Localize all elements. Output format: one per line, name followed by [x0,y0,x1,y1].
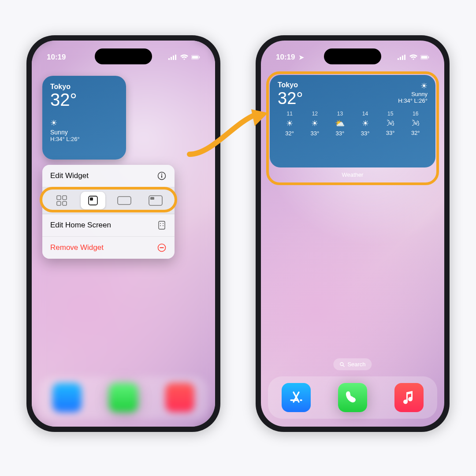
dock-blurred [39,376,208,419]
svg-point-21 [163,223,164,224]
status-icons [398,54,429,60]
svg-point-22 [160,225,161,226]
forecast-row: 11☀32° 12☀33° 13⛅33° 14☀33° 15🌬33° 16🌬32… [278,111,428,137]
app-phone[interactable] [338,383,367,412]
sun-icon: ☀ [50,118,118,128]
app-music[interactable] [394,383,424,412]
svg-rect-31 [421,56,428,59]
location-icon: ➤ [299,54,304,61]
status-time: 10:19 [47,53,66,62]
menu-edit-home-label: Edit Home Screen [50,221,111,230]
app-music-blur [165,383,194,412]
forecast-hour: 14☀33° [353,111,377,137]
wifi-icon [409,54,418,60]
menu-remove-label: Remove Widget [50,243,104,252]
home-search-pill[interactable]: Search [333,358,372,370]
weather-highlow: H:34° L:26° [50,136,118,142]
app-appstore-blur [52,383,82,412]
forecast-hour: 12☀33° [303,111,327,137]
svg-rect-5 [192,56,198,59]
svg-rect-16 [118,197,131,205]
search-label: Search [347,361,365,368]
weather-condition: Sunny [398,91,428,97]
phone-left: 10:19 Tokyo 32° ☀ Sunny H:34° L:26° Edit… [26,35,220,432]
dock [268,376,437,419]
status-time-wrap: 10:19 ➤ [276,53,304,62]
svg-rect-32 [428,56,429,59]
svg-rect-28 [402,56,403,60]
forecast-hour: 15🌬33° [378,111,402,137]
dynamic-island [324,48,381,64]
svg-rect-9 [161,175,162,178]
size-option-small[interactable] [81,192,105,209]
svg-rect-26 [398,58,399,60]
weather-condition: Sunny [50,129,118,136]
svg-rect-11 [63,196,67,200]
cellular-icon [168,54,177,60]
size-option-medium[interactable] [112,192,137,209]
battery-icon [191,54,200,60]
wifi-icon [180,54,189,60]
svg-point-33 [340,362,343,365]
svg-rect-27 [400,57,401,60]
search-icon [339,362,345,367]
svg-rect-10 [57,196,61,200]
size-option-large[interactable] [143,192,168,209]
svg-rect-3 [175,55,176,60]
svg-line-34 [343,365,344,367]
size-option-grid[interactable] [49,192,74,209]
battery-icon [420,54,429,60]
cellular-icon [398,54,406,60]
menu-size-row [42,187,175,214]
weather-widget-small[interactable]: Tokyo 32° ☀ Sunny H:34° L:26° [42,76,126,160]
weather-highlow: H:34° L:26° [398,97,428,104]
svg-rect-2 [173,56,174,60]
dynamic-island [95,48,152,64]
status-icons [168,54,200,60]
svg-rect-29 [404,55,405,60]
svg-rect-0 [168,58,170,60]
svg-rect-15 [90,197,93,201]
weather-temp: 32° [50,91,118,108]
info-icon [157,171,167,181]
svg-point-8 [161,174,162,175]
app-appstore[interactable] [282,383,311,412]
remove-icon [157,243,167,253]
svg-rect-12 [57,201,61,205]
status-time: 10:19 [276,53,295,61]
svg-point-20 [160,223,161,224]
apps-icon [157,220,167,230]
phone-right: 10:19 ➤ Tokyo 32° ☀ Sunny H:34° L:26° [256,35,450,432]
svg-rect-14 [89,196,97,205]
svg-point-23 [163,225,164,226]
svg-rect-19 [159,221,165,229]
forecast-hour: 13⛅33° [328,111,352,137]
widget-label: Weather [270,171,435,178]
weather-widget-medium[interactable]: Tokyo 32° ☀ Sunny H:34° L:26° 11☀32° 12☀… [270,75,435,167]
screen-right: 10:19 ➤ Tokyo 32° ☀ Sunny H:34° L:26° [261,41,444,427]
weather-city: Tokyo [278,81,303,89]
app-phone-blur [109,383,138,412]
menu-remove-widget[interactable]: Remove Widget [42,237,175,259]
weather-temp: 32° [278,89,303,108]
sun-icon: ☀ [398,81,428,91]
svg-rect-6 [199,56,200,59]
menu-edit-widget[interactable]: Edit Widget [42,165,175,187]
menu-edit-widget-label: Edit Widget [50,171,89,180]
menu-edit-home[interactable]: Edit Home Screen [42,214,175,237]
svg-rect-13 [63,201,67,205]
screen-left: 10:19 Tokyo 32° ☀ Sunny H:34° L:26° Edit… [32,41,215,427]
forecast-hour: 16🌬32° [404,111,428,137]
svg-rect-1 [171,57,172,60]
svg-rect-18 [150,197,154,200]
widget-context-menu: Edit Widget Edit Ho [42,165,175,259]
forecast-hour: 11☀32° [278,111,301,137]
